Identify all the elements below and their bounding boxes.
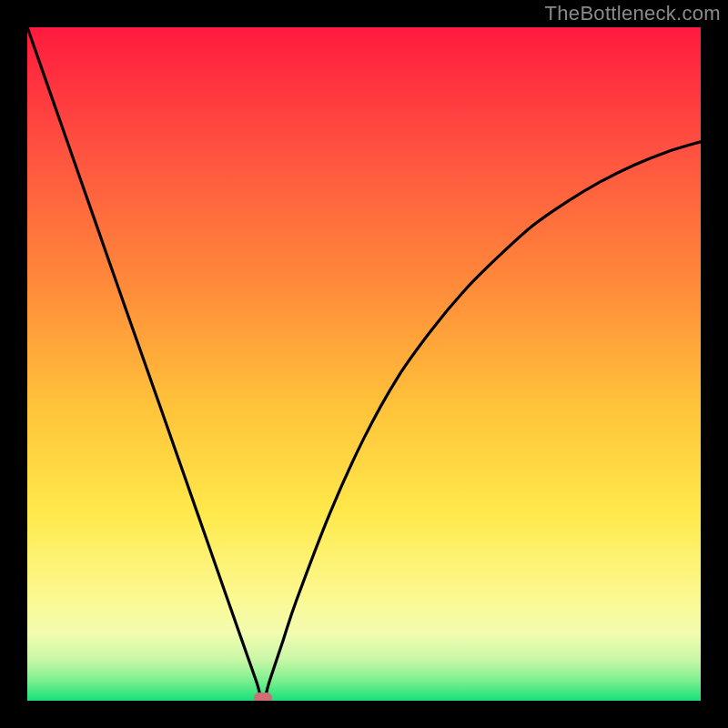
chart-frame: TheBottleneck.com (0, 0, 728, 728)
plot-area (27, 27, 701, 701)
minimum-marker (254, 693, 272, 701)
bottleneck-curve (27, 27, 701, 701)
watermark-text: TheBottleneck.com (545, 2, 721, 25)
